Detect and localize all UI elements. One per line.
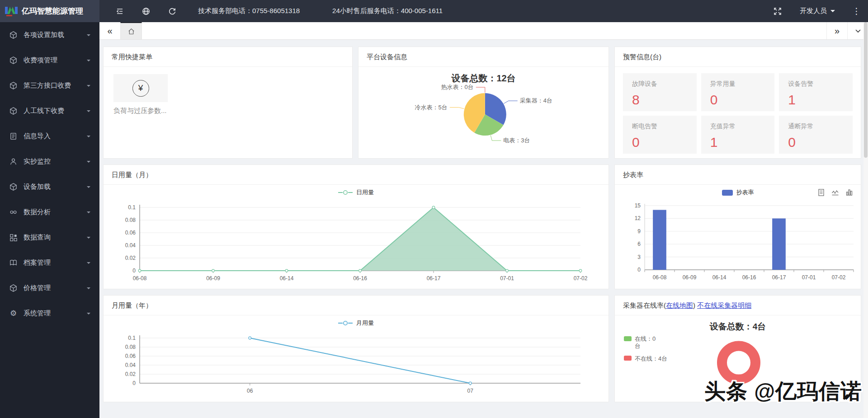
sidebar-item-label: 各项设置加载 [24, 31, 64, 39]
brand-block: 亿玛智慧能源管理 [0, 0, 99, 22]
sidebar-item-archive[interactable]: 档案管理 [0, 250, 99, 275]
user-menu[interactable]: 开发人员 [800, 7, 835, 15]
sidebar-item-fee-items[interactable]: 收费项管理 [0, 47, 99, 73]
tech-phone-text: 技术服务部电话：0755-86051318 [198, 7, 300, 15]
svg-text:0.02: 0.02 [125, 371, 136, 377]
sidebar-item-data-query[interactable]: 数据查询 [0, 225, 99, 250]
alert-value: 8 [632, 92, 697, 108]
alert-value: 1 [710, 135, 775, 150]
chevron-down-icon [87, 262, 90, 266]
legend-online[interactable]: 在线：0台 [624, 335, 667, 350]
svg-text:6: 6 [637, 241, 641, 247]
sidebar-item-label: 数据分析 [24, 208, 51, 216]
svg-text:3: 3 [637, 254, 641, 260]
bar-legend-marker-icon [722, 190, 733, 196]
svg-text:0.04: 0.04 [125, 242, 136, 249]
sidebar-item-realtime-monitor[interactable]: 实抄监控 [0, 149, 99, 174]
tabs-scroll-right-button[interactable]: » [826, 22, 847, 39]
legend-label: 抄表率 [736, 188, 754, 197]
svg-text:0.02: 0.02 [125, 255, 136, 261]
sidebar-item-device-load[interactable]: 设备加载 [0, 174, 99, 199]
alert-label: 充值异常 [710, 122, 775, 131]
alert-value: 1 [788, 92, 853, 108]
svg-text:06-08: 06-08 [653, 274, 667, 281]
top-bar: 亿玛智慧能源管理 技术服务部电话：0755-86051318 24小时售后服务电… [0, 0, 868, 22]
svg-text:06-17: 06-17 [772, 274, 786, 281]
home-icon [127, 27, 136, 36]
svg-text:采集器：4台: 采集器：4台 [520, 97, 552, 104]
legend-swatch-red [624, 356, 632, 361]
refresh-icon[interactable] [167, 6, 177, 16]
fullscreen-icon[interactable] [773, 6, 783, 16]
sidebar-item-data-analysis[interactable]: 数据分析 [0, 199, 99, 225]
dashboard-content: 常用快捷菜单 ¥ 负荷与过压参数... 平台设备信息 设备总数：12台 热水表：… [99, 40, 868, 418]
daily-usage-legend[interactable]: 日用量 [104, 185, 609, 200]
legend-label: 月用量 [356, 319, 374, 327]
scrollbar-track[interactable] [863, 22, 868, 418]
svg-text:0.06: 0.06 [125, 230, 136, 236]
sidebar-item-price[interactable]: 价格管理 [0, 275, 99, 301]
line-chart-toggle-icon[interactable] [831, 189, 839, 196]
svg-text:冷水表：5台: 冷水表：5台 [415, 104, 448, 111]
svg-text:06-09: 06-09 [683, 274, 697, 281]
svg-text:0: 0 [637, 267, 641, 273]
alert-cell-abnormal-usage: 异常用量0 [701, 73, 775, 111]
monthly-usage-panel: 月用量（年） 月用量 00.020.040.060.080.10607 [103, 295, 609, 402]
sidebar-item-label: 价格管理 [24, 284, 51, 292]
quick-menu-label: 负荷与过压参数... [113, 107, 352, 115]
yen-icon: ¥ [132, 80, 149, 97]
collector-online-panel: 采集器在线率(在线地图) 不在线采集器明细 设备总数：4台 在线：0台 不在线：… [614, 295, 861, 402]
sidebar-item-system[interactable]: ⚙系统管理 [0, 301, 99, 326]
panel-title: 预警信息(台) [615, 47, 861, 67]
alerts-panel: 预警信息(台) 故障设备8 异常用量0 设备告警1 断电告警0 充值异常1 通断… [614, 47, 861, 159]
svg-text:0: 0 [132, 268, 136, 274]
monthly-usage-legend[interactable]: 月用量 [104, 315, 609, 331]
legend-label: 不在线：4台 [635, 355, 667, 363]
legend-label: 日用量 [356, 188, 374, 197]
sidebar-item-label: 系统管理 [24, 309, 51, 318]
online-map-link[interactable]: 在线地图 [666, 301, 693, 309]
svg-text:电表：3台: 电表：3台 [503, 137, 530, 144]
sidebar-item-thirdparty-fee[interactable]: 第三方接口收费 [0, 73, 99, 98]
sidebar-item-label: 设备加载 [24, 183, 51, 191]
user-name: 开发人员 [800, 7, 827, 15]
panel-title: 平台设备信息 [359, 47, 609, 67]
alert-value: 0 [788, 135, 853, 150]
meter-rate-panel: 抄表率 抄表率 0369121506-0806-0906-1406-1606-1… [614, 164, 861, 289]
chevron-down-icon [87, 186, 90, 190]
alert-cell-fault-devices: 故障设备8 [623, 73, 697, 111]
sidebar-collapse-icon[interactable] [115, 6, 125, 16]
chevron-down-icon [87, 136, 90, 139]
bar-chart-toggle-icon[interactable] [846, 189, 853, 196]
quick-menu-tile[interactable]: ¥ [113, 74, 168, 102]
svg-text:06-14: 06-14 [712, 274, 726, 281]
service-phone-text: 24小时售后服务电话：400-005-1611 [332, 7, 443, 15]
language-globe-icon[interactable] [141, 6, 151, 16]
panel-title: 采集器在线率( [623, 301, 666, 309]
meter-rate-legend[interactable]: 抄表率 [615, 185, 861, 200]
offline-collector-detail-link[interactable]: 不在线采集器明细 [697, 301, 751, 309]
panel-title: 日用量（月） [104, 165, 609, 185]
data-view-icon[interactable] [818, 189, 825, 196]
sidebar-item-info-import[interactable]: 信息导入 [0, 123, 99, 149]
chevron-down-icon [87, 313, 90, 316]
legend-offline[interactable]: 不在线：4台 [624, 355, 667, 363]
svg-text:12: 12 [635, 215, 641, 221]
legend-swatch-green [624, 336, 632, 341]
panel-title: 常用快捷菜单 [104, 47, 352, 67]
alert-label: 异常用量 [710, 80, 775, 88]
tab-home[interactable] [120, 22, 142, 39]
chevron-down-icon [87, 34, 90, 38]
sidebar-nav: 各项设置加载 收费项管理 第三方接口收费 人工线下收费 信息导入 实抄监控 设备… [0, 22, 99, 418]
app-logo [5, 5, 18, 18]
alert-cell-power-off-alarm: 断电告警0 [623, 116, 697, 154]
more-options-icon[interactable]: ⋮ [852, 7, 861, 15]
device-info-panel: 平台设备信息 设备总数：12台 热水表：0台采集器：4台电表：3台冷水表：5台 [358, 47, 609, 159]
sidebar-item-offline-fee[interactable]: 人工线下收费 [0, 98, 99, 123]
panel-title-close: ) [693, 301, 695, 309]
sidebar-item-settings-load[interactable]: 各项设置加载 [0, 22, 99, 47]
svg-text:06-08: 06-08 [133, 275, 147, 282]
tabs-scroll-left-button[interactable]: « [99, 22, 120, 39]
scrollbar-thumb[interactable] [864, 22, 868, 158]
svg-text:0: 0 [132, 380, 136, 386]
